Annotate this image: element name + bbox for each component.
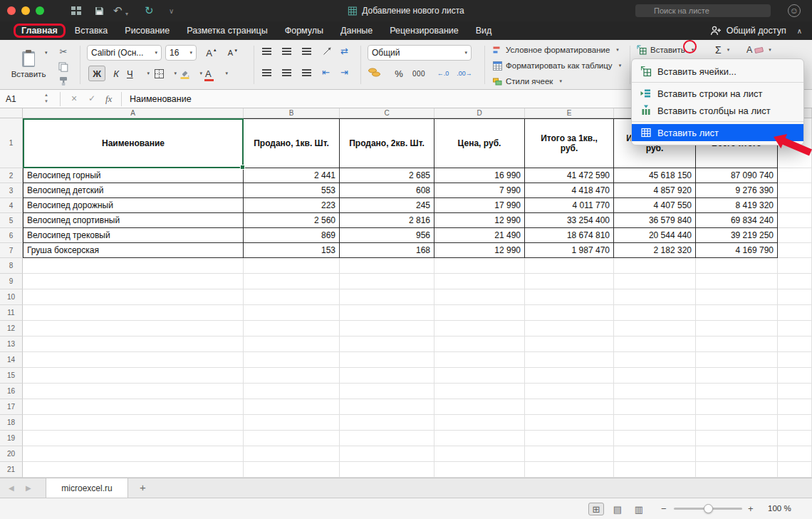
row-header-12[interactable]: 12	[0, 321, 23, 336]
row-header-5[interactable]: 5	[0, 213, 23, 228]
cell[interactable]: 12 990	[434, 243, 525, 258]
cell[interactable]	[696, 289, 778, 305]
cell[interactable]	[778, 462, 812, 478]
fill-color-button[interactable]: ▾	[179, 66, 202, 81]
cell[interactable]	[434, 446, 525, 462]
cell[interactable]	[525, 336, 614, 352]
cell[interactable]	[434, 462, 525, 478]
decrease-indent-icon[interactable]: ⇤	[322, 67, 330, 78]
menu-item-insert-cols[interactable]: Вставить столбцы на лист	[632, 102, 803, 119]
sheet-tab-active[interactable]: microexcel.ru	[46, 478, 128, 498]
cell[interactable]: 21 490	[434, 228, 525, 243]
cell[interactable]	[434, 368, 525, 384]
cell[interactable]	[244, 321, 340, 336]
row-header-3[interactable]: 3	[0, 183, 23, 198]
row-header-11[interactable]: 11	[0, 305, 23, 321]
cell[interactable]	[434, 258, 525, 274]
cell[interactable]	[340, 462, 434, 478]
redo-icon[interactable]: ↻	[145, 4, 154, 18]
fill-handle[interactable]	[240, 165, 245, 170]
menu-item-insert-cells[interactable]: Вставить ячейки...	[632, 63, 803, 80]
cell[interactable]: 16 990	[434, 168, 525, 183]
column-header-B[interactable]: B	[244, 108, 340, 118]
cell[interactable]	[23, 446, 244, 462]
zoom-slider-knob[interactable]	[704, 504, 713, 513]
tab-Главная[interactable]: Главная	[14, 24, 66, 38]
cell[interactable]	[614, 336, 696, 352]
row-header-6[interactable]: 6	[0, 228, 23, 243]
number-format-select[interactable]: Общий ▾	[368, 45, 472, 61]
cell[interactable]	[525, 305, 614, 321]
row-header-15[interactable]: 15	[0, 368, 23, 384]
cell[interactable]	[244, 258, 340, 274]
cell[interactable]: 4 418 470	[525, 183, 614, 198]
cell[interactable]	[434, 415, 525, 431]
cell[interactable]	[614, 289, 696, 305]
cell[interactable]	[244, 305, 340, 321]
align-left-icon[interactable]	[262, 69, 271, 76]
currency-format-icon[interactable]	[368, 67, 382, 78]
zoom-window-button[interactable]	[36, 6, 44, 15]
cell[interactable]: Груша боксерская	[23, 243, 244, 258]
cell[interactable]	[340, 446, 434, 462]
cell[interactable]	[696, 368, 778, 384]
cell[interactable]	[778, 446, 812, 462]
cell[interactable]	[23, 431, 244, 446]
clear-button[interactable]: А ▾	[746, 43, 771, 57]
cell[interactable]	[340, 431, 434, 446]
align-top-icon[interactable]	[262, 48, 271, 55]
paste-button[interactable]: Вставить	[9, 43, 48, 84]
cell[interactable]	[778, 415, 812, 431]
row-header-13[interactable]: 13	[0, 336, 23, 352]
cell[interactable]	[525, 462, 614, 478]
cell[interactable]	[614, 446, 696, 462]
share-group[interactable]: Общий доступ ∧	[710, 26, 812, 36]
cell[interactable]: 4 407 550	[614, 198, 696, 213]
font-size-select[interactable]: 16 ▾	[165, 45, 197, 61]
row-header-7[interactable]: 7	[0, 243, 23, 258]
cell[interactable]	[525, 321, 614, 336]
zoom-out-icon[interactable]: −	[661, 503, 667, 514]
minimize-window-button[interactable]	[21, 6, 30, 15]
cell[interactable]	[525, 258, 614, 274]
column-header-D[interactable]: D	[434, 108, 525, 118]
italic-button[interactable]: К	[108, 66, 124, 81]
cell[interactable]	[244, 384, 340, 399]
cell[interactable]	[614, 384, 696, 399]
cell[interactable]	[244, 415, 340, 431]
cell[interactable]: 245	[340, 198, 434, 213]
align-center-icon[interactable]	[282, 69, 291, 76]
cell[interactable]	[778, 289, 812, 305]
cell[interactable]: 2 441	[244, 168, 340, 183]
align-right-icon[interactable]	[302, 69, 311, 76]
cell[interactable]: 4 169 790	[696, 243, 778, 258]
cell[interactable]	[23, 258, 244, 274]
format-as-table-button[interactable]: Форматировать как таблицу ▾	[493, 58, 621, 73]
cell[interactable]	[340, 399, 434, 415]
cell[interactable]	[340, 258, 434, 274]
sheet-nav-next-icon[interactable]: ▶	[26, 484, 31, 492]
tab-Формулы[interactable]: Формулы	[277, 24, 331, 37]
search-input[interactable]	[635, 4, 771, 17]
cell[interactable]	[23, 384, 244, 399]
zoom-in-icon[interactable]: +	[748, 503, 754, 514]
cell[interactable]: 553	[244, 183, 340, 198]
cell[interactable]: Цена, руб.	[434, 118, 525, 168]
cell[interactable]	[244, 352, 340, 368]
cell[interactable]: 2 182 320	[614, 243, 696, 258]
zoom-slider[interactable]	[674, 508, 742, 510]
text-orientation-icon[interactable]	[322, 46, 333, 56]
cell[interactable]: Продано, 2кв. Шт.	[340, 118, 434, 168]
cell[interactable]	[244, 368, 340, 384]
cell[interactable]: 168	[340, 243, 434, 258]
cell[interactable]	[23, 305, 244, 321]
cell[interactable]	[340, 289, 434, 305]
cell[interactable]	[525, 399, 614, 415]
cell[interactable]	[434, 305, 525, 321]
select-all-corner[interactable]	[0, 108, 23, 118]
name-box-stepper[interactable]: ▲▼	[44, 92, 48, 105]
bold-button[interactable]: Ж	[88, 66, 105, 81]
cell[interactable]: 7 990	[434, 183, 525, 198]
cell[interactable]	[614, 431, 696, 446]
cell[interactable]: Велосипед детский	[23, 183, 244, 198]
